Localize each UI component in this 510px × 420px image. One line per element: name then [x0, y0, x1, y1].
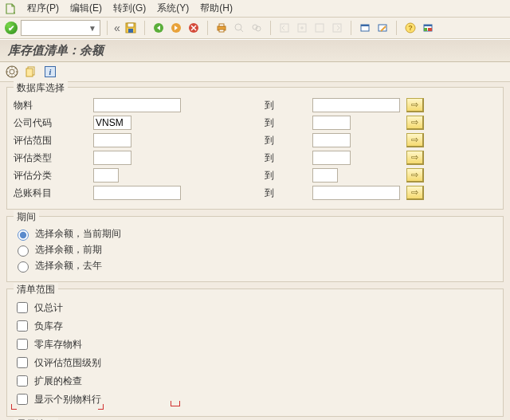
group-db-select: 数据库选择 物料 到 ⇨ 公司代码 到 ⇨ 评估范围 到 ⇨ — [6, 87, 504, 210]
radio-current-row[interactable]: 选择余额，当前期间 — [14, 227, 496, 241]
command-field[interactable]: ▼ — [21, 20, 100, 36]
chk-only-level[interactable] — [17, 357, 28, 368]
chk-show-rows-row[interactable]: 显示个别物料行 — [14, 391, 496, 407]
row-material: 物料 到 ⇨ — [14, 97, 496, 113]
chk-only-total[interactable] — [17, 302, 28, 313]
radio-lastyear-label: 选择余额，去年 — [33, 259, 102, 273]
row-valclass: 评估分类 到 ⇨ — [14, 167, 496, 183]
chk-zero-mat[interactable] — [17, 339, 28, 350]
save-icon[interactable] — [124, 21, 138, 35]
valtype-to-input[interactable] — [312, 151, 351, 165]
gl-to-input[interactable] — [312, 186, 400, 200]
valtype-from-input[interactable] — [93, 151, 131, 165]
label-valclass: 评估分类 — [14, 169, 93, 183]
menu-system[interactable]: 系统(Y) — [157, 2, 189, 15]
variant-icon[interactable] — [24, 65, 38, 79]
material-from-input[interactable] — [93, 98, 181, 112]
radio-lastyear-row[interactable]: 选择余额，去年 — [14, 259, 496, 273]
row-valarea: 评估范围 到 ⇨ — [14, 132, 496, 148]
menu-help[interactable]: 帮助(H) — [200, 2, 233, 15]
info-icon[interactable]: i — [43, 65, 57, 79]
valclass-multi-button[interactable]: ⇨ — [406, 168, 424, 183]
valclass-from-input[interactable] — [93, 168, 119, 183]
chevron-down-icon: ▼ — [85, 24, 100, 33]
app-toolbar: i — [0, 62, 510, 82]
back-chevrons[interactable]: « — [114, 22, 120, 34]
next-page-icon[interactable] — [312, 21, 327, 35]
material-to-input[interactable] — [312, 98, 400, 112]
material-multi-button[interactable]: ⇨ — [406, 98, 424, 112]
gl-multi-button[interactable]: ⇨ — [406, 186, 424, 200]
svg-point-9 — [235, 24, 241, 30]
chk-only-total-row[interactable]: 仅总计 — [14, 300, 496, 316]
chk-neg-stock-label: 负库存 — [33, 320, 63, 333]
chk-only-level-label: 仅评估范围级别 — [33, 356, 101, 370]
valtype-multi-button[interactable]: ⇨ — [406, 151, 424, 165]
valarea-from-input[interactable] — [93, 133, 131, 147]
radio-prev-label: 选择余额，前期 — [33, 243, 102, 257]
chk-neg-stock-row[interactable]: 负库存 — [14, 318, 496, 334]
separator — [270, 21, 271, 35]
label-material: 物料 — [14, 99, 93, 112]
row-gl: 总账科目 到 ⇨ — [14, 185, 496, 201]
prev-page-icon[interactable] — [295, 21, 309, 35]
gl-from-input[interactable] — [93, 186, 181, 200]
exit-icon[interactable] — [169, 21, 183, 35]
label-company: 公司代码 — [14, 116, 93, 130]
last-page-icon[interactable] — [330, 21, 344, 35]
chk-ext-check-row[interactable]: 扩展的检查 — [14, 373, 496, 389]
company-to-input[interactable] — [312, 116, 351, 130]
separator — [396, 21, 397, 35]
group-period: 期间 选择余额，当前期间 选择余额，前期 选择余额，去年 — [6, 216, 504, 282]
cancel-icon[interactable] — [186, 21, 201, 35]
label-to: 到 — [257, 186, 312, 200]
svg-rect-7 — [219, 24, 224, 26]
valarea-to-input[interactable] — [312, 133, 351, 147]
row-valtype: 评估类型 到 ⇨ — [14, 150, 496, 166]
chk-zero-mat-row[interactable]: 零库存物料 — [14, 336, 496, 352]
separator — [107, 21, 108, 35]
svg-rect-1 — [128, 23, 134, 27]
menu-bar: 程序(P) 编辑(E) 转到(G) 系统(Y) 帮助(H) — [0, 0, 510, 18]
menu-program[interactable]: 程序(P) — [27, 2, 59, 15]
svg-rect-24 — [428, 28, 432, 31]
chk-show-rows[interactable] — [17, 394, 28, 405]
company-multi-button[interactable]: ⇨ — [406, 116, 424, 130]
new-session-icon[interactable] — [358, 21, 372, 35]
svg-rect-17 — [361, 25, 369, 26]
chk-only-level-row[interactable]: 仅评估范围级别 — [14, 355, 496, 371]
radio-current-label: 选择余额，当前期间 — [33, 227, 121, 241]
shortcut-icon[interactable] — [375, 21, 390, 35]
label-to: 到 — [257, 99, 312, 112]
back-icon[interactable] — [151, 21, 166, 35]
company-from-input[interactable] — [93, 116, 131, 130]
menu-edit[interactable]: 编辑(E) — [70, 2, 102, 15]
chk-zero-mat-label: 零库存物料 — [33, 338, 82, 351]
separator — [144, 21, 145, 35]
valarea-multi-button[interactable]: ⇨ — [406, 133, 424, 147]
chk-neg-stock[interactable] — [17, 320, 28, 332]
label-gl: 总账科目 — [14, 186, 93, 200]
execute-icon[interactable] — [5, 65, 19, 79]
find-next-icon[interactable] — [249, 21, 264, 35]
radio-prev-row[interactable]: 选择余额，前期 — [14, 243, 496, 257]
radio-current[interactable] — [18, 230, 29, 241]
radio-prev[interactable] — [18, 245, 29, 257]
svg-point-26 — [10, 69, 14, 74]
valclass-to-input[interactable] — [312, 168, 338, 183]
group-db-select-legend: 数据库选择 — [14, 81, 68, 95]
first-page-icon[interactable] — [277, 21, 292, 35]
find-icon[interactable] — [232, 21, 246, 35]
group-period-legend: 期间 — [14, 210, 39, 224]
svg-text:?: ? — [408, 24, 413, 32]
menu-goto[interactable]: 转到(G) — [113, 2, 146, 15]
radio-lastyear[interactable] — [18, 261, 29, 273]
chk-ext-check[interactable] — [17, 375, 28, 387]
print-icon[interactable] — [214, 21, 229, 35]
layout-icon[interactable] — [421, 21, 435, 35]
help-icon[interactable]: ? — [403, 21, 418, 35]
row-company: 公司代码 到 ⇨ — [14, 115, 496, 131]
separator — [351, 21, 351, 35]
chk-show-rows-label: 显示个别物料行 — [33, 393, 101, 406]
enter-icon[interactable]: ✔ — [5, 22, 18, 34]
